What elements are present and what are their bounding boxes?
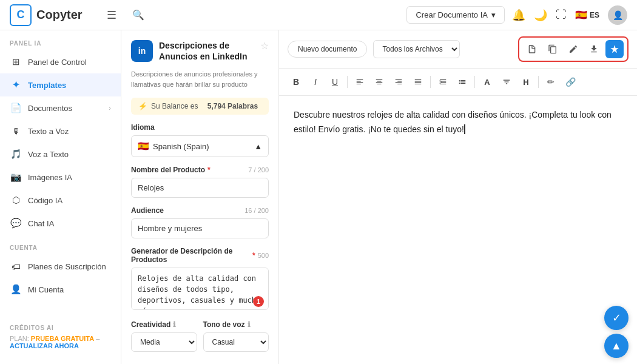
align-center-button[interactable] xyxy=(371,73,388,90)
tono-select[interactable]: Casual xyxy=(203,332,269,352)
user-icon: 👤 xyxy=(10,283,22,295)
align-left-button[interactable] xyxy=(351,73,368,90)
sidebar-label-templates: Templates xyxy=(28,81,111,90)
language-selector[interactable]: 🇪🇸 ES xyxy=(575,9,599,21)
new-document-button[interactable]: Nuevo documento xyxy=(288,41,367,58)
sidebar-label-texto-a-voz: Texto a Voz xyxy=(28,127,111,136)
credits-section: CRÉDITOS AI PLAN: PRUEBA GRATUITA – ACTU… xyxy=(0,317,121,357)
creatividad-tono-row: Creatividad ℹ Media Tono de voz ℹ Casual xyxy=(131,320,269,360)
menu-icon[interactable]: ☰ xyxy=(102,5,121,25)
nombre-input[interactable] xyxy=(131,178,269,198)
sidebar-item-planes[interactable]: 🏷 Planes de Suscripción xyxy=(0,255,121,278)
editor-content[interactable]: Descubre nuestros relojes de alta calida… xyxy=(279,96,637,364)
sidebar-label-codigo-ia: Código IA xyxy=(28,196,111,205)
sidebar-item-imagenes-ia[interactable]: 📷 Imágenes IA xyxy=(0,166,121,189)
heading-button[interactable]: H xyxy=(517,73,534,90)
pen-button[interactable]: ✏ xyxy=(542,73,559,90)
plan-info: PLAN: PRUEBA GRATUITA – ACTUALIZAR AHORA xyxy=(10,335,111,349)
darkmode-icon[interactable]: 🌙 xyxy=(534,8,547,22)
toolbar-icon-5[interactable] xyxy=(605,40,624,58)
file-select[interactable]: Todos los Archivos xyxy=(373,40,460,58)
creatividad-info-icon[interactable]: ℹ xyxy=(173,320,176,329)
sidebar-item-mi-cuenta[interactable]: 👤 Mi Cuenta xyxy=(0,278,121,301)
editor-topbar: Nuevo documento Todos los Archivos xyxy=(279,30,637,69)
idioma-label: Idioma xyxy=(131,123,269,132)
sidebar-label-documentos: Documentos xyxy=(28,104,103,113)
header-actions: 🔔 🌙 ⛶ 🇪🇸 ES 👤 xyxy=(512,5,627,25)
descripcion-max: 500 xyxy=(258,252,269,259)
chat-icon: 💬 xyxy=(10,217,22,229)
descripcion-label: Generador de Descripción de Productos * … xyxy=(131,247,269,264)
sidebar-item-panel-control[interactable]: ⊞ Panel de Control xyxy=(0,50,121,73)
expand-icon[interactable]: ⛶ xyxy=(556,8,567,21)
center-panel: in Descripciones de Anuncios en LinkedIn… xyxy=(121,30,279,364)
descripcion-textarea[interactable]: Relojes de alta calidad con diseños de <… xyxy=(131,268,269,310)
audience-label: Audience 16 / 200 xyxy=(131,206,269,215)
list-button[interactable] xyxy=(454,73,471,90)
sidebar-item-voz-a-texto[interactable]: 🎵 Voz a Texto xyxy=(0,143,121,166)
creatividad-select[interactable]: Media xyxy=(131,332,197,352)
toolbar-icons-group xyxy=(518,36,629,62)
indent-button[interactable] xyxy=(434,73,451,90)
sidebar-label-panel-control: Panel de Control xyxy=(28,58,111,67)
bold-button[interactable]: B xyxy=(288,73,305,90)
align-justify-button[interactable] xyxy=(410,73,426,90)
search-icon[interactable]: 🔍 xyxy=(129,5,148,25)
sidebar-label-voz-a-texto: Voz a Texto xyxy=(28,150,111,159)
toolbar-icon-2[interactable] xyxy=(544,40,562,58)
font-size-button[interactable]: A xyxy=(479,73,496,90)
descripcion-wrapper: Relojes de alta calidad con diseños de <… xyxy=(131,268,269,312)
logo-name: Copyter xyxy=(36,8,83,22)
sidebar-label-imagenes-ia: Imágenes IA xyxy=(28,173,111,182)
notification-icon[interactable]: 🔔 xyxy=(512,8,525,22)
tag-icon: 🏷 xyxy=(10,260,22,272)
template-header: in Descripciones de Anuncios en LinkedIn… xyxy=(131,40,269,62)
tono-label: Tono de voz ℹ xyxy=(203,320,269,329)
italic-button[interactable]: I xyxy=(307,73,324,90)
sidebar-item-chat-ia[interactable]: 💬 Chat IA xyxy=(0,212,121,235)
tono-info-icon[interactable]: ℹ xyxy=(248,320,251,329)
logo-box: C xyxy=(10,4,32,26)
sidebar-label-mi-cuenta: Mi Cuenta xyxy=(28,285,111,294)
favorite-icon[interactable]: ☆ xyxy=(260,40,269,52)
creditos-label: CRÉDITOS AI xyxy=(10,325,111,335)
confirm-fab[interactable]: ✓ xyxy=(604,306,629,330)
main-layout: PANEL IA ⊞ Panel de Control ✦ Templates … xyxy=(0,30,637,364)
chevron-up-icon: ▲ xyxy=(254,142,262,151)
sidebar-item-documentos[interactable]: 📄 Documentos › xyxy=(0,96,121,120)
grid-icon: ⊞ xyxy=(10,56,22,68)
underline-button[interactable]: U xyxy=(326,73,343,90)
scroll-up-fab[interactable]: ▲ xyxy=(604,334,629,358)
user-avatar[interactable]: 👤 xyxy=(608,5,627,25)
toolbar-icon-3[interactable] xyxy=(564,40,582,58)
balance-badge: ⚡ Su Balance es 5,794 Palabras xyxy=(131,98,269,115)
audience-input[interactable] xyxy=(131,218,269,238)
sidebar-label-planes: Planes de Suscripción xyxy=(28,262,111,271)
align-right-button[interactable] xyxy=(390,73,407,90)
descripcion-group: Generador de Descripción de Productos * … xyxy=(131,247,269,312)
upgrade-link[interactable]: ACTUALIZAR AHORA xyxy=(10,342,79,349)
toolbar-icon-4[interactable] xyxy=(585,40,603,58)
link-button[interactable]: 🔗 xyxy=(562,73,579,90)
toolbar-icon-1[interactable] xyxy=(523,40,541,58)
sidebar-item-texto-a-voz[interactable]: 🎙 Texto a Voz xyxy=(0,120,121,143)
idioma-select[interactable]: 🇪🇸 Spanish (Spain) ▲ xyxy=(131,135,269,157)
music-icon: 🎵 xyxy=(10,148,22,160)
sidebar: PANEL IA ⊞ Panel de Control ✦ Templates … xyxy=(0,30,121,364)
code-icon: ⬡ xyxy=(10,194,22,206)
sidebar-item-codigo-ia[interactable]: ⬡ Código IA xyxy=(0,189,121,212)
line-height-button[interactable] xyxy=(498,73,515,90)
logo-area: C Copyter xyxy=(10,4,83,26)
sidebar-item-templates[interactable]: ✦ Templates xyxy=(0,73,121,96)
formatting-bar: B I U A xyxy=(279,69,637,96)
cursor xyxy=(464,124,465,134)
editor-text: Descubre nuestros relojes de alta calida… xyxy=(294,110,612,134)
sidebar-cuenta-label: CUENTA xyxy=(0,235,121,255)
template-description: Descripciones de anuncios profesionales … xyxy=(131,69,269,89)
creatividad-group: Creatividad ℹ Media xyxy=(131,320,197,352)
template-title: Descripciones de Anuncios en LinkedIn xyxy=(159,40,254,62)
nombre-label: Nombre del Producto * 7 / 200 xyxy=(131,166,269,174)
create-document-button[interactable]: Crear Documento IA ▾ xyxy=(406,6,505,24)
templates-icon: ✦ xyxy=(10,79,22,91)
linkedin-icon-box: in xyxy=(131,40,153,62)
